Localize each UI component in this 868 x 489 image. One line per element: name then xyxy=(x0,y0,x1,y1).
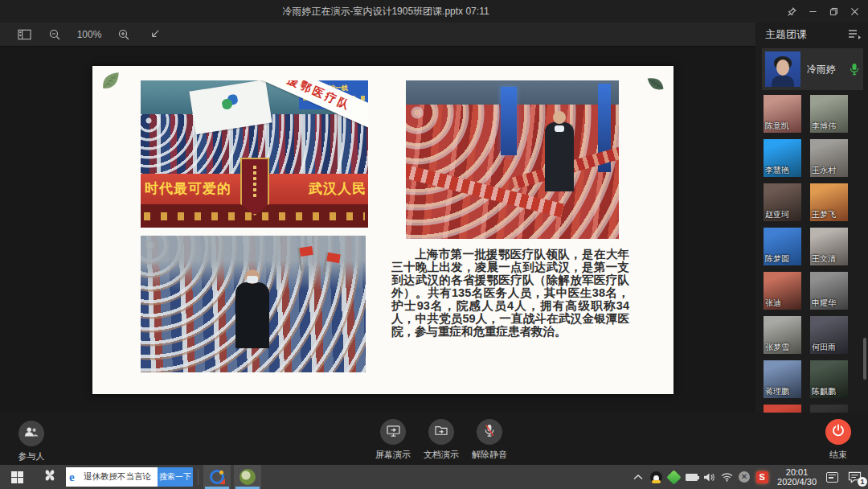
search-go-button[interactable]: 搜索一下 xyxy=(158,467,193,487)
taskbar-app-meeting[interactable] xyxy=(234,465,261,489)
photo-pennant xyxy=(240,158,269,216)
unmute-button[interactable]: 解除静音 xyxy=(468,419,511,461)
participant-tile[interactable]: 张迪 xyxy=(764,272,801,310)
battery-icon[interactable] xyxy=(682,465,700,489)
participant-tile[interactable]: 张梦雪 xyxy=(764,316,801,354)
center-controls: 屏幕演示 文档演示 解除静音 xyxy=(371,419,511,461)
clock-date: 2020/4/30 xyxy=(777,477,817,487)
screen-share-button[interactable]: 屏幕演示 xyxy=(371,419,415,461)
presenter-avatar xyxy=(765,51,800,87)
participant-tile[interactable]: 王永村 xyxy=(810,139,848,177)
participant-tile[interactable] xyxy=(764,405,801,413)
sidebar-menu-icon[interactable] xyxy=(847,28,862,41)
windows-logo-icon xyxy=(11,471,23,483)
taskbar-app-q-browser[interactable] xyxy=(203,465,231,489)
participant-name: 申耀华 xyxy=(812,298,836,309)
participant-name: 王梦飞 xyxy=(812,209,836,220)
presenter-name: 冷雨婷 xyxy=(807,63,850,76)
network-wifi-icon[interactable] xyxy=(718,465,735,489)
participant-tile[interactable]: 陈麒鹏 xyxy=(810,360,848,398)
participant-tile[interactable]: 王梦飞 xyxy=(810,183,848,221)
photo-medical-team-sendoff: 在疫情防控一线 援鄂医疗队 时代最可爱的 武汉人民 xyxy=(141,80,368,228)
presentation-toolbar: 100% xyxy=(0,23,755,47)
photo-small-red-flag xyxy=(299,246,313,257)
participant-tile[interactable]: 何田雨 xyxy=(810,316,848,354)
thumbnail-panel-icon[interactable] xyxy=(14,25,34,44)
participant-name: 王文清 xyxy=(812,253,836,265)
participant-tile[interactable]: 李慧艳 xyxy=(764,139,801,177)
participant-tile[interactable] xyxy=(810,405,848,413)
notification-badge: 1 xyxy=(858,477,867,487)
search-query-text: 退休教授不当言论 xyxy=(84,471,151,483)
microphone-active-icon xyxy=(850,63,859,76)
participant-name: 李慧艳 xyxy=(765,165,789,176)
restore-button[interactable] xyxy=(825,2,842,20)
muted-microphone-icon xyxy=(484,424,495,441)
pinwheel-app-button[interactable] xyxy=(34,465,66,489)
participant-tile[interactable]: 赵亚珂 xyxy=(764,183,801,221)
zoom-level: 100% xyxy=(76,29,103,40)
slide-body-text: 上海市第一批援鄂医疗队领队，是在大年三十晚上出发，凌晨一点到达武汉，是第一支到达… xyxy=(391,248,629,338)
photo-figure xyxy=(545,122,574,191)
participant-name: 陈意凯 xyxy=(765,121,789,132)
photo-blue-sign xyxy=(501,87,517,155)
participant-tile[interactable]: 蒋理鹏 xyxy=(764,360,801,398)
participant-name: 何田雨 xyxy=(812,342,836,353)
taskbar-clock[interactable]: 20:01 2020/4/30 xyxy=(771,467,823,487)
start-button[interactable] xyxy=(0,465,34,489)
zoom-out-icon[interactable] xyxy=(45,25,64,44)
sidebar-scrollbar[interactable] xyxy=(863,338,866,380)
leaf-decoration-right xyxy=(643,72,668,99)
sidebar-header: 主题团课 xyxy=(755,23,868,47)
taskbar-search-input[interactable]: e 退休教授不当言论 xyxy=(66,467,158,487)
sync-disabled-icon[interactable]: ✕ xyxy=(735,465,753,489)
power-icon xyxy=(832,424,845,440)
pin-icon[interactable] xyxy=(783,2,800,20)
doc-share-button[interactable]: 文档演示 xyxy=(420,419,463,461)
tray-expand-chevron-icon[interactable] xyxy=(629,465,647,489)
participant-tile[interactable]: 陈意凯 xyxy=(764,95,801,133)
end-meeting-button[interactable]: 结束 xyxy=(818,419,858,461)
participant-tile[interactable]: 申耀华 xyxy=(810,272,848,310)
participants-icon xyxy=(24,426,39,441)
window-controls xyxy=(783,0,863,23)
slide: 在疫情防控一线 援鄂医疗队 时代最可爱的 武汉人民 xyxy=(92,66,674,394)
q-app-icon xyxy=(210,470,224,484)
fit-screen-icon[interactable] xyxy=(145,25,164,44)
participant-tile[interactable]: 陈梦圆 xyxy=(764,228,801,265)
participant-name: 王永村 xyxy=(812,165,836,176)
meeting-control-bar: 参与人 屏幕演示 文档演示 xyxy=(0,413,868,465)
participant-name: 蒋理鹏 xyxy=(765,386,789,397)
participant-tile[interactable]: 李博伟 xyxy=(810,95,848,133)
clock-time: 20:01 xyxy=(777,467,817,478)
participant-name: 张迪 xyxy=(765,298,781,309)
window-title: 冷雨婷正在演示-室内设计1905班团课.pptx 07:11 xyxy=(0,0,772,23)
zoom-in-icon[interactable] xyxy=(114,25,133,44)
presentation-area: 在疫情防控一线 援鄂医疗队 时代最可爱的 武汉人民 xyxy=(0,47,755,413)
participant-name: 陈梦圆 xyxy=(765,253,789,265)
participant-tile[interactable]: 王文清 xyxy=(810,228,848,265)
participant-name: 李博伟 xyxy=(812,121,836,132)
green-app-icon xyxy=(240,469,256,485)
sogou-input-icon[interactable]: S xyxy=(753,465,771,489)
close-button[interactable] xyxy=(845,2,863,20)
pinwheel-icon xyxy=(43,468,57,486)
windows-taskbar: e 退休教授不当言论 搜索一下 ✕ S 20: xyxy=(0,465,868,489)
qq-tray-icon[interactable] xyxy=(647,465,665,489)
participant-name: 张梦雪 xyxy=(765,342,789,353)
participants-sidebar: 主题团课 冷雨婷 陈意凯李博伟李慧艳王永村赵亚珂王梦飞陈梦圆王文清张迪申耀华张梦… xyxy=(755,23,868,413)
presenter-card[interactable]: 冷雨婷 xyxy=(762,48,863,90)
ime-indicator-icon[interactable] xyxy=(823,465,841,489)
meeting-window: 冷雨婷正在演示-室内设计1905班团课.pptx 07:11 100% xyxy=(0,0,868,489)
speaker-icon[interactable] xyxy=(700,465,718,489)
green-diamond-tray-icon[interactable] xyxy=(665,465,682,489)
participants-button[interactable]: 参与人 xyxy=(13,421,50,462)
taskbar-separator xyxy=(198,469,199,485)
photo-masked-crowd xyxy=(141,236,366,372)
meeting-topic-title: 主题团课 xyxy=(765,27,807,42)
participant-name: 陈麒鹏 xyxy=(812,386,836,397)
minimize-button[interactable] xyxy=(804,2,821,20)
ie-browser-icon: e xyxy=(69,471,81,483)
action-center-button[interactable]: 1 xyxy=(841,465,868,489)
doc-share-icon xyxy=(435,425,448,439)
